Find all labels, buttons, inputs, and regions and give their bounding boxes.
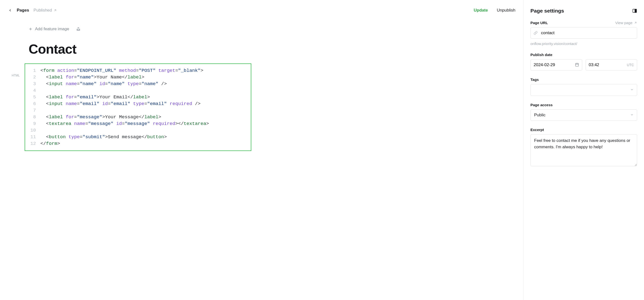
calendar-icon bbox=[573, 63, 579, 67]
publish-date-input-wrap[interactable] bbox=[530, 59, 582, 71]
line-number: 12 bbox=[28, 141, 36, 147]
code-line: 4 bbox=[28, 87, 246, 94]
code-line: 1<form action="ENDPOINT_URL" method="POS… bbox=[28, 67, 246, 74]
code-content bbox=[40, 87, 43, 94]
line-number: 6 bbox=[28, 101, 36, 107]
page-url-label: Page URL bbox=[530, 21, 548, 25]
tags-label: Tags bbox=[530, 77, 637, 82]
line-number: 4 bbox=[28, 87, 36, 94]
topbar: Pages Published Update Unpublish bbox=[0, 0, 523, 17]
page-url-preview: onflow.priority.vision/contact/ bbox=[530, 42, 637, 46]
line-number: 10 bbox=[28, 127, 36, 134]
page-url-field: Page URL View page onflow.priority.visio… bbox=[530, 21, 637, 46]
publish-tz-label: UTC bbox=[625, 63, 634, 67]
code-line: 8 <label for="message">Your Message</lab… bbox=[28, 114, 246, 121]
topbar-actions: Update Unpublish bbox=[474, 8, 516, 13]
editor-gutter: HTML bbox=[0, 26, 25, 151]
editor-content: Add feature image Contact 1<form action=… bbox=[25, 26, 251, 151]
main-editor-pane: Pages Published Update Unpublish HTML Ad… bbox=[0, 0, 523, 300]
html-code-card[interactable]: 1<form action="ENDPOINT_URL" method="POS… bbox=[25, 63, 251, 151]
code-content: <form action="ENDPOINT_URL" method="POST… bbox=[40, 67, 203, 74]
breadcrumb: Pages Published bbox=[8, 8, 57, 13]
svg-rect-3 bbox=[635, 9, 636, 12]
page-access-field: Page access Public bbox=[530, 103, 637, 121]
panel-toggle-icon[interactable] bbox=[632, 8, 637, 13]
code-content: <label for="message">Your Message</label… bbox=[40, 114, 161, 121]
tags-field: Tags bbox=[530, 77, 637, 96]
code-content: <textarea name="message" id="message" re… bbox=[40, 121, 209, 127]
settings-sidebar: Page settings Page URL View page onflow.… bbox=[523, 0, 644, 300]
page-title-input[interactable]: Contact bbox=[25, 41, 251, 57]
unsplash-icon[interactable] bbox=[76, 27, 80, 31]
code-content: <label for="email">Your Email</label> bbox=[40, 94, 150, 101]
code-line: 9 <textarea name="message" id="message" … bbox=[28, 121, 246, 127]
code-content bbox=[40, 127, 43, 134]
line-number: 1 bbox=[28, 67, 36, 74]
publish-date-input[interactable] bbox=[534, 59, 573, 70]
add-feature-image-label: Add feature image bbox=[35, 26, 69, 31]
line-number: 11 bbox=[28, 134, 36, 141]
code-content: </form> bbox=[40, 141, 60, 147]
external-link-icon bbox=[634, 21, 637, 24]
code-line: 11 <button type="submit">Send message</b… bbox=[28, 134, 246, 141]
publish-date-label: Publish date bbox=[530, 53, 637, 57]
code-content: <label for="name">Your Name</label> bbox=[40, 74, 144, 81]
editor-area: HTML Add feature image Contact 1<form ac… bbox=[0, 17, 523, 151]
code-content: <button type="submit">Send message</butt… bbox=[40, 134, 167, 141]
excerpt-field: Excerpt bbox=[530, 128, 637, 166]
excerpt-textarea[interactable] bbox=[530, 134, 637, 166]
line-number: 5 bbox=[28, 94, 36, 101]
view-page-link[interactable]: View page bbox=[615, 21, 637, 25]
code-line: 6 <input name="email" id="email" type="e… bbox=[28, 101, 246, 107]
code-content bbox=[40, 107, 43, 114]
page-url-input[interactable] bbox=[539, 27, 634, 38]
page-access-select[interactable]: Public bbox=[530, 109, 637, 121]
publish-date-field: Publish date UTC bbox=[530, 53, 637, 71]
update-button[interactable]: Update bbox=[474, 8, 488, 13]
feature-image-row: Add feature image bbox=[25, 26, 251, 31]
excerpt-label: Excerpt bbox=[530, 128, 637, 132]
add-feature-image-button[interactable]: Add feature image bbox=[28, 26, 69, 31]
page-access-label: Page access bbox=[530, 103, 637, 107]
external-link-icon bbox=[54, 8, 57, 12]
publish-time-input-wrap[interactable]: UTC bbox=[586, 59, 637, 71]
link-icon bbox=[534, 31, 539, 35]
code-content: <input name="email" id="email" type="ema… bbox=[40, 101, 200, 107]
code-line: 10 bbox=[28, 127, 246, 134]
line-number: 7 bbox=[28, 107, 36, 114]
code-line: 7 bbox=[28, 107, 246, 114]
breadcrumb-published-link[interactable]: Published bbox=[34, 8, 57, 13]
unpublish-button[interactable]: Unpublish bbox=[497, 8, 516, 13]
plus-icon bbox=[28, 27, 32, 31]
view-page-label: View page bbox=[615, 21, 632, 25]
html-card-badge: HTML bbox=[0, 74, 20, 77]
line-number: 8 bbox=[28, 114, 36, 121]
code-content: <input name="name" id="name" type="name"… bbox=[40, 81, 167, 87]
code-line: 12</form> bbox=[28, 141, 246, 147]
svg-rect-4 bbox=[576, 63, 578, 66]
back-icon[interactable] bbox=[8, 8, 12, 12]
code-line: 2 <label for="name">Your Name</label> bbox=[28, 74, 246, 81]
line-number: 9 bbox=[28, 121, 36, 127]
publish-time-input[interactable] bbox=[589, 59, 625, 70]
breadcrumb-status-label: Published bbox=[34, 8, 52, 13]
sidebar-header: Page settings bbox=[530, 8, 637, 14]
line-number: 3 bbox=[28, 81, 36, 87]
tags-select[interactable] bbox=[530, 84, 637, 96]
page-url-input-wrap[interactable] bbox=[530, 27, 637, 39]
code-line: 5 <label for="email">Your Email</label> bbox=[28, 94, 246, 101]
breadcrumb-pages-link[interactable]: Pages bbox=[17, 8, 29, 13]
code-line: 3 <input name="name" id="name" type="nam… bbox=[28, 81, 246, 87]
sidebar-title: Page settings bbox=[530, 8, 564, 14]
line-number: 2 bbox=[28, 74, 36, 81]
